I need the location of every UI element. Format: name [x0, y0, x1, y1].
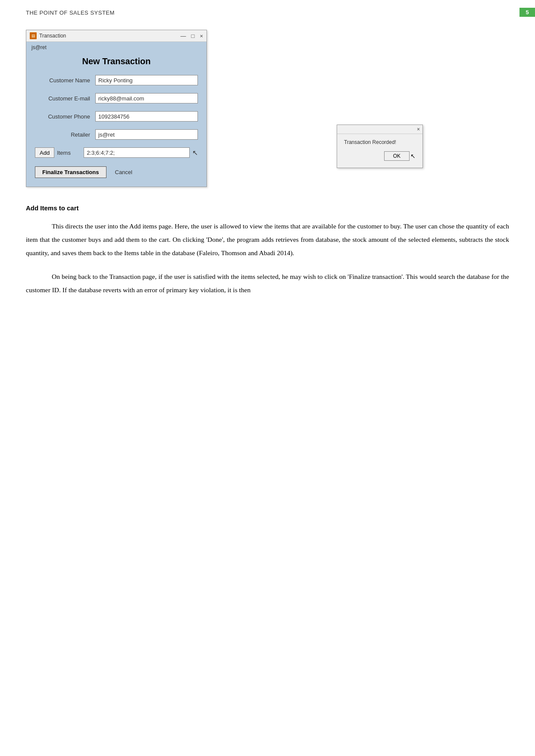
content-area: ▤ Transaction — □ × js@ret New Transacti…: [0, 21, 535, 324]
page-number-badge: 5: [519, 8, 535, 17]
customer-phone-row: Customer Phone: [35, 111, 198, 122]
window-title-text: Transaction: [39, 33, 66, 39]
minimize-button[interactable]: —: [181, 33, 186, 39]
notification-close-button[interactable]: ×: [417, 126, 420, 132]
items-input[interactable]: [84, 147, 190, 158]
window-body: js@ret New Transaction Customer Name Cus…: [26, 42, 206, 187]
form-fields: Customer Name Customer E-mail Customer P…: [26, 75, 206, 140]
customer-name-input[interactable]: [95, 75, 198, 85]
cursor-icon: ↖: [192, 149, 198, 157]
transaction-window-icon: ▤: [30, 32, 37, 39]
customer-email-input[interactable]: [95, 93, 198, 103]
notification-titlebar: ×: [337, 125, 422, 134]
window-controls: — □ ×: [181, 33, 203, 39]
window-title-left: ▤ Transaction: [30, 32, 66, 39]
ok-cursor-icon: ↖: [410, 153, 416, 160]
window-form-title: New Transaction: [26, 52, 206, 75]
customer-name-row: Customer Name: [35, 75, 198, 85]
notification-body: Transaction Recorded! OK ↖: [337, 134, 422, 168]
paragraph-2-block: On being back to the Transaction page, i…: [26, 270, 509, 297]
customer-phone-input[interactable]: [95, 111, 198, 122]
finalize-transactions-button[interactable]: Finalize Transactions: [35, 166, 106, 178]
customer-email-label: Customer E-mail: [35, 95, 95, 102]
paragraph-1: This directs the user into the Add items…: [26, 219, 509, 259]
customer-email-row: Customer E-mail: [35, 93, 198, 103]
window-area: ▤ Transaction — □ × js@ret New Transacti…: [26, 30, 509, 187]
customer-name-label: Customer Name: [35, 77, 95, 84]
add-items-row: Add Items ↖: [26, 147, 206, 158]
retailer-label: Retailer: [35, 131, 95, 138]
transaction-window: ▤ Transaction — □ × js@ret New Transacti…: [26, 30, 207, 187]
close-button[interactable]: ×: [200, 33, 203, 39]
page-header: THE POINT OF SALES SYSTEM 5: [0, 0, 535, 21]
items-label: Items: [57, 150, 78, 156]
ok-button[interactable]: OK: [384, 151, 410, 161]
add-button[interactable]: Add: [35, 147, 54, 158]
window-user-label: js@ret: [26, 42, 206, 52]
notification-message: Transaction Recorded!: [344, 139, 416, 145]
ok-button-row: OK ↖: [344, 151, 416, 161]
cancel-button[interactable]: Cancel: [115, 169, 132, 175]
document-title: THE POINT OF SALES SYSTEM: [26, 8, 115, 16]
maximize-button[interactable]: □: [191, 33, 195, 39]
paragraph-1-block: This directs the user into the Add items…: [26, 219, 509, 259]
retailer-input[interactable]: [95, 129, 198, 140]
customer-phone-label: Customer Phone: [35, 113, 95, 120]
window-buttons: Finalize Transactions Cancel: [26, 166, 206, 178]
retailer-row: Retailer: [35, 129, 198, 140]
notification-popup: × Transaction Recorded! OK ↖: [337, 125, 423, 168]
window-titlebar: ▤ Transaction — □ ×: [26, 30, 206, 42]
text-section: Add Items to cart This directs the user …: [26, 204, 509, 297]
section-heading: Add Items to cart: [26, 204, 509, 212]
paragraph-2: On being back to the Transaction page, i…: [26, 270, 509, 297]
